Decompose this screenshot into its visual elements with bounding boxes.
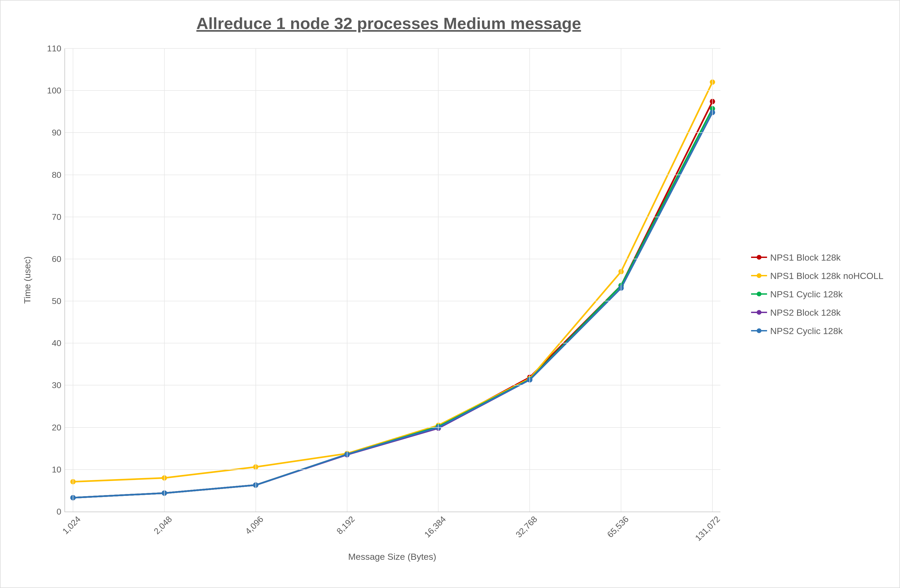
y-tick-label: 0 (56, 507, 61, 517)
y-tick-label: 40 (52, 338, 61, 348)
x-tick-label: 8,192 (332, 512, 357, 536)
gridline-h (65, 427, 720, 428)
gridline-v (529, 48, 530, 512)
y-tick-label: 100 (47, 86, 61, 96)
gridline-v (164, 48, 164, 512)
gridline-h (65, 343, 720, 344)
legend-item: NPS2 Block 128k (751, 307, 883, 317)
series-line (73, 82, 712, 482)
chart-container: Allreduce 1 node 32 processes Medium mes… (0, 0, 900, 588)
y-tick-label: 110 (47, 44, 61, 54)
y-tick-label: 10 (52, 464, 61, 474)
legend: NPS1 Block 128kNPS1 Block 128k noHCOLLNP… (751, 244, 883, 344)
y-tick-label: 60 (52, 254, 61, 264)
x-tick-label: 131,072 (691, 512, 722, 543)
plot-area: 01020304050607080901001101,0242,0484,096… (65, 48, 720, 512)
y-tick-label: 80 (52, 170, 61, 179)
y-tick-label: 90 (52, 128, 61, 138)
gridline-v (621, 48, 621, 512)
legend-label: NPS1 Block 128k (770, 252, 841, 263)
series-line (73, 101, 712, 498)
gridline-h (65, 132, 720, 133)
y-axis-label: Time (usec) (22, 256, 33, 304)
gridline-v (712, 48, 713, 512)
x-tick-label: 1,024 (58, 512, 82, 536)
legend-label: NPS1 Cyclic 128k (770, 289, 843, 299)
legend-item: NPS1 Cyclic 128k (751, 289, 883, 299)
gridline-h (65, 217, 720, 217)
gridline-h (65, 175, 720, 175)
gridline-h (65, 301, 720, 301)
y-tick-label: 70 (52, 212, 61, 222)
chart-wrap: Allreduce 1 node 32 processes Medium mes… (6, 6, 894, 582)
chart-title: Allreduce 1 node 32 processes Medium mes… (6, 14, 771, 33)
x-tick-label: 4,096 (241, 512, 265, 536)
x-tick-label: 65,536 (603, 512, 631, 540)
y-tick-label: 50 (52, 296, 61, 306)
chart-lines (65, 48, 720, 512)
x-tick-label: 2,048 (149, 512, 174, 536)
gridline-h (65, 469, 720, 470)
x-tick-label: 32,768 (511, 512, 539, 540)
x-tick-label: 16,384 (420, 512, 448, 540)
gridline-v (256, 48, 256, 512)
gridline-v (438, 48, 439, 512)
gridline-h (65, 259, 720, 259)
legend-label: NPS2 Cyclic 128k (770, 325, 843, 336)
gridline-h (65, 385, 720, 385)
legend-item: NPS1 Block 128k noHCOLL (751, 271, 883, 281)
legend-label: NPS2 Block 128k (770, 307, 841, 317)
gridline-v (73, 48, 73, 512)
legend-label: NPS1 Block 128k noHCOLL (770, 271, 883, 281)
x-axis-label: Message Size (Bytes) (65, 551, 720, 562)
legend-item: NPS1 Block 128k (751, 252, 883, 263)
gridline-h (65, 90, 720, 91)
y-tick-label: 20 (52, 422, 61, 432)
y-tick-label: 30 (52, 381, 61, 390)
gridline-h (65, 48, 720, 49)
legend-item: NPS2 Cyclic 128k (751, 325, 883, 336)
gridline-v (347, 48, 348, 512)
